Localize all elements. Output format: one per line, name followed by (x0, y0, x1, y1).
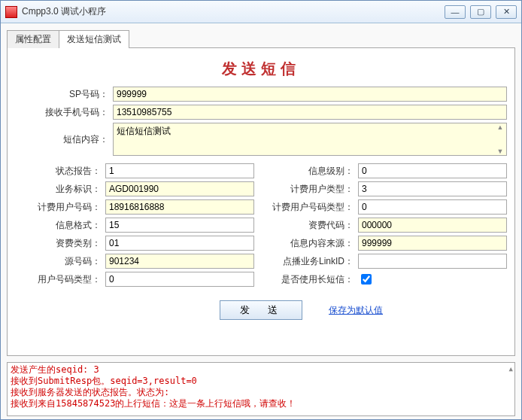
biz-id-input[interactable] (105, 181, 254, 196)
window-buttons: — ▢ ✕ (445, 5, 517, 19)
biz-id-label: 业务标识： (15, 183, 105, 196)
tab-panel-send: 发送短信 SP号码： 接收手机号码： 短信内容： 短信短信测试 ▲▼ 状态报告： (7, 47, 515, 356)
fee-user-num-input[interactable] (105, 199, 254, 215)
fee-user-type-input[interactable] (358, 181, 507, 196)
app-window: Cmpp3.0 调试小程序 — ▢ ✕ 属性配置 发送短信测试 发送短信 SP号… (0, 0, 522, 420)
titlebar: Cmpp3.0 调试小程序 — ▢ ✕ (1, 1, 521, 23)
long-sms-label: 是否使用长短信： (268, 273, 358, 286)
user-num-type-input[interactable] (105, 272, 254, 287)
button-row: 发 送 保存为默认值 (15, 300, 507, 320)
scroll-up-icon: ▲ (509, 364, 513, 375)
msg-level-input[interactable] (358, 163, 507, 178)
log-line: 接收到服务器发送的状态报告。状态为: (11, 387, 169, 397)
sp-number-input[interactable] (113, 87, 507, 102)
recv-phone-label: 接收手机号码： (15, 106, 113, 119)
log-line: 发送产生的seqid: 3 (11, 364, 99, 375)
tab-attr-config[interactable]: 属性配置 (7, 30, 59, 48)
msg-src-label: 信息内容来源： (268, 237, 358, 250)
fee-type-input[interactable] (105, 236, 254, 251)
fee-user-num-label: 计费用户号码： (15, 201, 105, 214)
sms-content-textarea[interactable]: 短信短信测试 (113, 123, 507, 156)
page-title: 发送短信 (15, 59, 507, 79)
linkid-label: 点播业务LinkID： (268, 255, 358, 268)
status-report-input[interactable] (105, 163, 254, 178)
log-line: 接收到来自15845874523的上行短信：这是一条上行短信哦，请查收！ (11, 398, 296, 409)
fee-user-num-type-label: 计费用户号码类型： (268, 201, 358, 214)
log-line: 接收到SubmitResp包。seqid=3,result=0 (11, 376, 197, 386)
fee-user-type-label: 计费用户类型： (268, 183, 358, 196)
recv-phone-input[interactable] (113, 105, 507, 120)
maximize-button[interactable]: ▢ (470, 5, 491, 19)
tab-strip: 属性配置 发送短信测试 (7, 29, 515, 47)
long-sms-checkbox[interactable] (361, 274, 372, 285)
fee-type-label: 资费类别： (15, 237, 105, 250)
msg-format-input[interactable] (105, 218, 254, 233)
fee-user-num-type-input[interactable] (358, 199, 507, 215)
status-report-label: 状态报告： (15, 165, 105, 178)
send-button[interactable]: 发 送 (220, 300, 302, 320)
app-icon (5, 6, 17, 18)
linkid-input[interactable] (358, 254, 507, 269)
msg-format-label: 信息格式： (15, 219, 105, 232)
close-button[interactable]: ✕ (496, 5, 517, 19)
save-default-link[interactable]: 保存为默认值 (329, 304, 383, 317)
msg-level-label: 信息级别： (268, 165, 358, 178)
sms-content-label: 短信内容： (15, 133, 113, 146)
window-title: Cmpp3.0 调试小程序 (22, 5, 445, 18)
log-output[interactable]: ▲发送产生的seqid: 3 接收到SubmitResp包。seqid=3,re… (7, 362, 515, 416)
msg-src-input[interactable] (358, 236, 507, 251)
fee-code-label: 资费代码： (268, 219, 358, 232)
src-number-input[interactable] (105, 254, 254, 269)
fee-code-input[interactable] (358, 218, 507, 233)
minimize-button[interactable]: — (445, 5, 466, 19)
user-num-type-label: 用户号码类型： (15, 273, 105, 286)
sp-number-label: SP号码： (15, 88, 113, 101)
content-area: 属性配置 发送短信测试 发送短信 SP号码： 接收手机号码： 短信内容： 短信短… (1, 23, 521, 419)
src-number-label: 源号码： (15, 255, 105, 268)
tab-send-sms-test[interactable]: 发送短信测试 (59, 30, 129, 48)
